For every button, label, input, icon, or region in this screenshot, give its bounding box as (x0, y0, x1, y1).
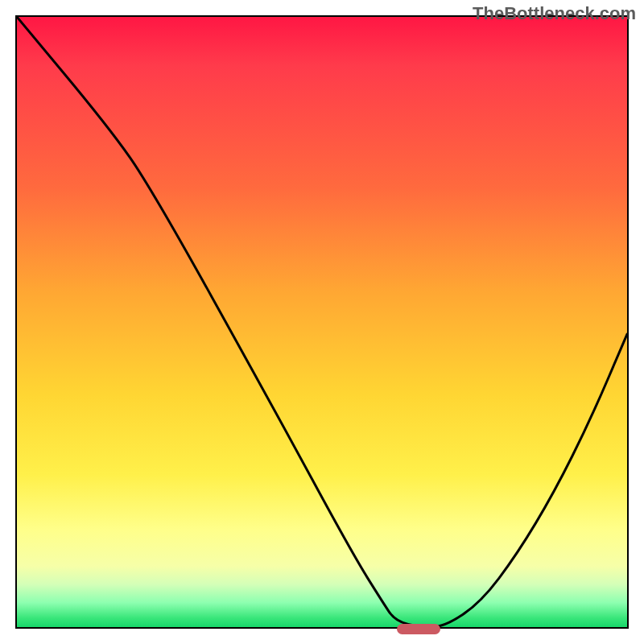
chart-container: TheBottleneck.com (0, 0, 644, 644)
curve-path (17, 17, 627, 627)
optimum-marker (397, 624, 440, 634)
watermark-text: TheBottleneck.com (473, 3, 636, 24)
plot-area (15, 15, 629, 629)
curve-svg (17, 17, 627, 627)
